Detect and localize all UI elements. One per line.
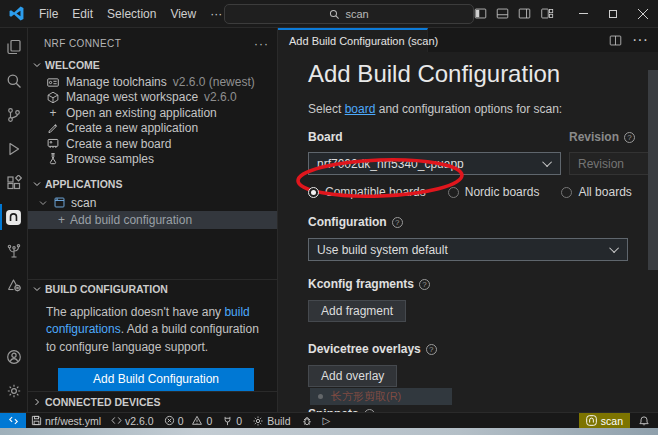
command-search-input[interactable]: scan [224, 4, 474, 24]
editor-more-icon[interactable]: ··· [632, 31, 648, 49]
board-label: Board [308, 130, 561, 144]
sidebar-more-icon[interactable]: ··· [254, 37, 269, 51]
snippets-label: Snippets [308, 407, 658, 412]
welcome-manage-toolchains[interactable]: Manage toolchains v2.6.0 (newest) [28, 74, 277, 89]
welcome-manage-west-workspace[interactable]: Manage west workspace v2.6.0 [28, 90, 277, 105]
nordic-logo-icon [586, 415, 597, 426]
extensions-icon[interactable] [0, 166, 28, 200]
run-item[interactable]: ▷ [318, 413, 336, 428]
configuration-select-value: Use build system default [317, 243, 448, 257]
serial-ports-item[interactable]: 0 [217, 413, 247, 428]
section-welcome[interactable]: WELCOME [28, 55, 277, 74]
welcome-open-existing-application[interactable]: + Open an existing application [28, 105, 277, 120]
search-value: scan [345, 8, 368, 20]
error-icon [164, 415, 175, 426]
nrf-kconfig-icon[interactable] [0, 234, 28, 268]
help-icon[interactable] [624, 132, 635, 143]
section-connected-devices[interactable]: CONNECTED DEVICES [28, 392, 277, 412]
application-icon [53, 196, 66, 209]
help-icon[interactable] [426, 344, 437, 355]
sidebar-title: NRF CONNECT [44, 38, 121, 49]
plus-icon: + [46, 106, 60, 120]
section-applications[interactable]: APPLICATIONS [28, 175, 277, 194]
add-build-configuration-button[interactable]: Add Build Configuration [58, 368, 254, 391]
split-editor-icon[interactable] [609, 34, 622, 47]
add-fragment-button[interactable]: Add fragment [308, 300, 406, 322]
application-scan[interactable]: scan [28, 194, 277, 211]
menu-selection[interactable]: Selection [100, 4, 163, 24]
help-icon[interactable] [419, 279, 430, 290]
welcome-create-new-board[interactable]: Create a new board [28, 136, 277, 151]
settings-gear-icon[interactable] [0, 374, 28, 408]
add-build-config-form: Add Build Configuration Select board and… [278, 52, 658, 412]
customize-layout-icon[interactable] [540, 7, 554, 20]
package-icon [46, 91, 60, 104]
welcome-create-new-application[interactable]: Create a new application [28, 120, 277, 135]
welcome-browse-samples[interactable]: Browse samples [28, 151, 277, 166]
kconfig-fragments-label: Kconfig fragments [308, 277, 658, 291]
board-icon [46, 137, 60, 150]
toggle-panel-icon[interactable] [496, 7, 509, 20]
nrf-devicetree-icon[interactable] [0, 268, 28, 302]
add-overlay-button[interactable]: Add overlay [308, 365, 397, 387]
toolchain-version-item[interactable]: v2.6.0 [106, 413, 159, 428]
bug-icon [301, 415, 313, 427]
tab-add-build-configuration[interactable]: Add Build Configuration (scan) [278, 28, 428, 52]
explorer-icon[interactable] [0, 30, 28, 64]
toggle-sidebar-icon[interactable] [474, 7, 487, 20]
board-filter-radios: Compatible boards Nordic boards All boar… [308, 185, 658, 199]
menu-edit[interactable]: Edit [65, 4, 100, 24]
section-build-configuration[interactable]: BUILD CONFIGURATION [28, 279, 277, 298]
chevron-down-icon [609, 243, 619, 253]
minimize-button[interactable] [568, 0, 598, 28]
radio-compatible-boards[interactable]: Compatible boards [308, 185, 426, 199]
toolchain-icon [46, 76, 60, 89]
configuration-label: Configuration [308, 215, 658, 229]
search-view-icon[interactable] [0, 64, 28, 98]
board-select[interactable]: nrf7002dk_nrf5340_cpuapp [308, 152, 561, 175]
page-title: Add Build Configuration [308, 60, 658, 88]
board-link[interactable]: board [345, 102, 376, 116]
run-debug-icon[interactable] [0, 132, 28, 166]
devicetree-overlays-label: Devicetree overlays [308, 342, 658, 356]
help-icon[interactable] [364, 409, 375, 413]
notifications-bell[interactable] [630, 415, 658, 427]
help-icon[interactable] [392, 217, 403, 228]
close-button[interactable] [628, 0, 658, 28]
status-bar: nrf/west.yml v2.6.0 0 0 0 Build ▷ [0, 412, 658, 428]
active-project-badge[interactable]: scan [579, 413, 630, 428]
save-icon [31, 415, 42, 426]
warning-icon [191, 415, 203, 426]
maximize-icon [609, 10, 617, 18]
activity-bar [0, 28, 28, 412]
search-icon [329, 9, 340, 20]
editor-area: Add Build Configuration (scan) ··· Add B… [278, 28, 658, 412]
maximize-button[interactable] [598, 0, 628, 28]
build-item[interactable]: Build [247, 413, 295, 428]
samples-icon [46, 152, 60, 165]
radio-all-boards[interactable]: All boards [561, 185, 631, 199]
desktop-edge-strip [0, 428, 658, 435]
new-application-icon [46, 122, 60, 135]
menu-file[interactable]: File [32, 4, 65, 24]
source-control-icon[interactable] [0, 98, 28, 132]
add-build-configuration-row[interactable]: + Add build configuration [28, 211, 277, 228]
chevron-down-icon [32, 60, 42, 70]
configuration-select[interactable]: Use build system default [308, 238, 628, 261]
page-subtitle: Select board and configuration options f… [308, 102, 658, 116]
west-manifest-item[interactable]: nrf/west.yml [26, 413, 106, 428]
menu-view[interactable]: View [163, 4, 203, 24]
board-select-value: nrf7002dk_nrf5340_cpuapp [317, 157, 464, 171]
editor-scrollbar[interactable] [648, 70, 658, 270]
toggle-secondary-sidebar-icon[interactable] [518, 7, 531, 20]
accounts-icon[interactable] [0, 340, 28, 374]
radio-icon [448, 187, 459, 198]
nrf-connect-icon[interactable] [0, 200, 28, 234]
chevron-down-icon [38, 198, 48, 208]
radio-nordic-boards[interactable]: Nordic boards [448, 185, 540, 199]
problems-item[interactable]: 0 0 [159, 413, 218, 428]
revision-input[interactable] [569, 152, 653, 175]
radio-icon [561, 187, 572, 198]
debug-item[interactable] [296, 413, 318, 428]
remote-indicator[interactable] [0, 413, 26, 428]
